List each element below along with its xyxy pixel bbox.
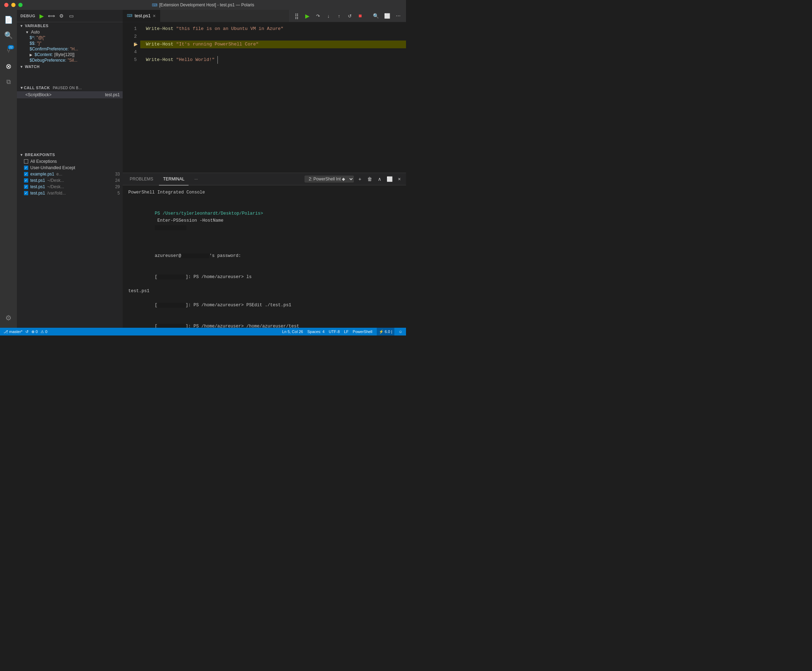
bp-checkbox-test3[interactable]: ✓ <box>24 191 28 195</box>
status-errors[interactable]: ⊗ 0 <box>31 329 38 334</box>
tab-label: test.ps1 <box>134 13 151 18</box>
checkmark-icon: ✓ <box>25 172 27 176</box>
activity-files[interactable]: 📄 <box>2 13 15 27</box>
debug-stop-button[interactable]: ■ <box>355 11 365 21</box>
new-terminal-button[interactable]: + <box>356 175 364 183</box>
status-language[interactable]: PowerShell <box>353 329 373 334</box>
panel-tab-problems[interactable]: PROBLEMS <box>126 173 158 186</box>
breakpoint-example-ps1[interactable]: ✓ example.ps1 e... 33 <box>17 171 123 177</box>
status-spaces[interactable]: Spaces: 4 <box>307 329 325 334</box>
callstack-item[interactable]: <ScriptBlock> test.ps1 <box>17 91 123 98</box>
var-item[interactable]: $ConfirmPreference: "H... <box>17 46 123 52</box>
bp-path: ~/Desk... <box>47 184 64 189</box>
terminal-content[interactable]: PowerShell Integrated Console PS /Users/… <box>123 186 406 328</box>
debug-step-into-button[interactable]: ↓ <box>323 11 334 21</box>
tab-close-button[interactable]: × <box>153 13 156 19</box>
redacted-host <box>181 254 209 258</box>
sidebar: DEBUG ▶ ⟺ ⚙ ▭ ▼ VARIABLES ▼ Auto $^: "@{… <box>17 10 123 328</box>
var-auto-group[interactable]: ▼ Auto <box>17 29 123 35</box>
bp-filename: example.ps1 <box>30 172 54 177</box>
status-right: Ln 5, Col 26 Spaces: 4 UTF-8 LF PowerShe… <box>282 328 402 336</box>
maximize-panel-button[interactable]: ∧ <box>376 175 383 183</box>
activity-extensions[interactable]: ⧉ <box>2 75 15 89</box>
editor-tab-test-ps1[interactable]: ⌨ test.ps1 × <box>123 10 160 22</box>
bp-line: 5 <box>117 191 120 196</box>
activity-debug[interactable]: ⊗ <box>2 59 15 73</box>
var-item[interactable]: ▶ $Content: [Byte[120]] <box>17 52 123 58</box>
close-button[interactable] <box>4 3 9 7</box>
breakpoint-test-ps1-24[interactable]: ✓ test.ps1 ~/Desk... 24 <box>17 177 123 184</box>
maximize-button[interactable] <box>18 3 22 7</box>
status-encoding[interactable]: UTF-8 <box>329 329 340 334</box>
bp-checkbox-test2[interactable]: ✓ <box>24 185 28 189</box>
bp-filename: test.ps1 <box>30 178 45 183</box>
activity-search[interactable]: 🔍 <box>2 28 15 42</box>
watch-arrow-icon: ▼ <box>20 65 23 69</box>
checkmark-icon: ✓ <box>25 179 27 182</box>
bp-label: All Exceptions <box>30 159 57 164</box>
breakpoint-test-ps1-5[interactable]: ✓ test.ps1 /var/fold... 5 <box>17 190 123 196</box>
var-item[interactable]: $$: "}" <box>17 41 123 46</box>
window-title: ⌨ [Extension Development Host] - test.ps… <box>152 2 254 7</box>
watch-header[interactable]: ▼ WATCH <box>17 63 123 70</box>
terminal-selector[interactable]: 2: PowerShell Int ◆ <box>305 175 354 182</box>
files-icon: 📄 <box>4 15 13 24</box>
var-item[interactable]: $DebugPreference: "Sil... <box>17 58 123 63</box>
search-editor-button[interactable]: 🔍 <box>371 11 381 21</box>
callstack-header[interactable]: ▼ CALL STACK PAUSED ON B... <box>17 84 123 91</box>
delete-terminal-button[interactable]: 🗑 <box>366 175 374 183</box>
branch-label: master* <box>9 329 22 334</box>
status-line-ending[interactable]: LF <box>344 329 349 334</box>
minimize-button[interactable] <box>11 3 15 7</box>
breakpoint-all-exceptions[interactable]: All Exceptions <box>17 158 123 165</box>
auto-expand-icon: ▼ <box>26 30 29 34</box>
debug-more-button[interactable]: ▭ <box>68 12 75 19</box>
breakpoint-user-unhandled[interactable]: ✓ User-Unhandled Except <box>17 165 123 171</box>
debug-continue-button[interactable]: ▶ <box>302 11 312 21</box>
debug-step-button[interactable]: ⟺ <box>48 12 55 19</box>
bp-checkbox-example[interactable]: ✓ <box>24 172 28 176</box>
close-panel-button[interactable]: × <box>395 175 403 183</box>
debug-config-button[interactable]: ⚙ <box>58 12 65 19</box>
variables-title: VARIABLES <box>25 24 48 28</box>
status-position[interactable]: Ln 5, Col 26 <box>282 329 303 334</box>
window-controls[interactable] <box>4 3 22 7</box>
bp-checkbox-test1[interactable]: ✓ <box>24 178 28 182</box>
status-smiley[interactable]: ☺ <box>398 329 402 334</box>
debug-step-over-button[interactable]: ↷ <box>313 11 323 21</box>
breakpoint-test-ps1-29[interactable]: ✓ test.ps1 ~/Desk... 29 <box>17 184 123 190</box>
status-warnings[interactable]: ⚠ 0 <box>41 329 47 334</box>
search-icon: 🔍 <box>4 31 13 39</box>
status-extension[interactable]: ⚡ 6.0 | <box>377 328 394 336</box>
debug-toolbar: DEBUG ▶ ⟺ ⚙ ▭ <box>17 10 123 22</box>
breakpoints-arrow-icon: ▼ <box>20 153 23 157</box>
bp-path: ~/Desk... <box>47 178 64 183</box>
callstack-paused-badge: PAUSED ON B... <box>53 86 82 90</box>
spaces-label: Spaces: 4 <box>307 329 325 334</box>
variables-header[interactable]: ▼ VARIABLES <box>17 22 123 29</box>
app-body: 📄 🔍 ⑂ 22 ⊗ ⧉ ⚙ DEBUG ▶ ⟺ ⚙ ▭ <box>0 10 406 328</box>
bp-checkbox-all-exceptions[interactable] <box>24 159 28 163</box>
panel-tab-terminal[interactable]: TERMINAL <box>159 173 189 186</box>
split-terminal-button[interactable]: ⬜ <box>386 175 393 183</box>
split-editor-button[interactable]: ⬜ <box>382 11 392 21</box>
debug-icon: ⊗ <box>6 62 12 70</box>
callstack-empty-space <box>17 98 123 151</box>
terminal-line: PS /Users/tylerleonhardt/Desktop/Polaris… <box>128 203 400 238</box>
editor-content[interactable]: 1 2 3 4 5 Write-Host "this file is on an… <box>123 22 406 173</box>
activity-git[interactable]: ⑂ 22 <box>2 44 15 58</box>
status-sync[interactable]: ↺ <box>26 329 29 334</box>
file-icon: ⌨ <box>127 14 133 18</box>
breakpoints-header[interactable]: ▼ BREAKPOINTS <box>17 151 123 158</box>
panel-tab-more[interactable]: ··· <box>190 173 202 186</box>
debug-dots-button[interactable]: ⣿ <box>292 11 302 21</box>
var-item[interactable]: $^: "@{" <box>17 35 123 41</box>
bp-checkbox-user-unhandled[interactable]: ✓ <box>24 166 28 170</box>
editor-more-button[interactable]: ··· <box>393 11 403 21</box>
code-area[interactable]: Write-Host "this file is on an Ubuntu VM… <box>140 22 406 173</box>
debug-restart-button[interactable]: ↺ <box>345 11 354 21</box>
debug-play-button[interactable]: ▶ <box>38 12 45 19</box>
activity-settings[interactable]: ⚙ <box>2 311 15 325</box>
status-branch[interactable]: ⎇ master* <box>3 329 22 334</box>
debug-step-out-button[interactable]: ↑ <box>334 11 344 21</box>
